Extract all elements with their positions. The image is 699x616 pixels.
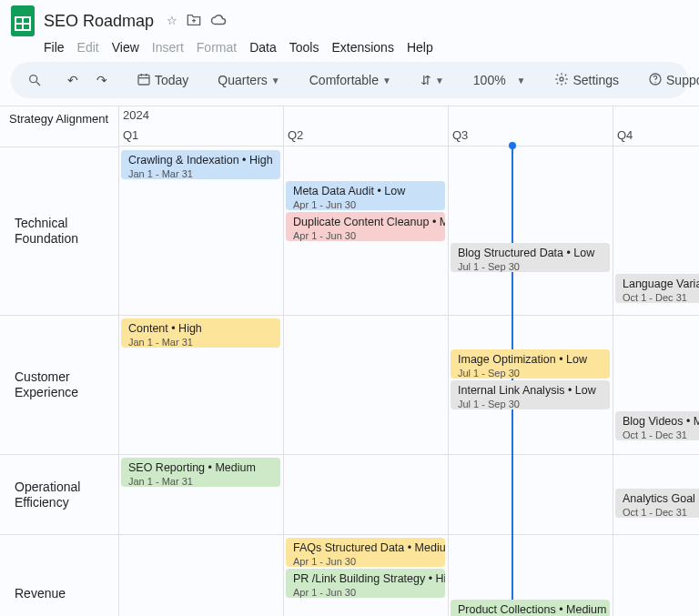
row-label: Operational Efficiency (0, 454, 118, 534)
card-dates: Jan 1 - Mar 31 (128, 168, 273, 179)
card-dates: Apr 1 - Jun 30 (293, 230, 438, 241)
card-dates: Jul 1 - Sep 30 (458, 399, 603, 409)
search-icon[interactable] (22, 69, 47, 91)
card-dates: Jul 1 - Sep 30 (458, 368, 603, 379)
svg-point-4 (30, 76, 37, 83)
card-title-line: PR /Link Building Strategy • High (293, 572, 438, 587)
timeline-card[interactable]: Crawling & Indexation • HighJan 1 - Mar … (121, 150, 280, 179)
menu-insert[interactable]: Insert (152, 40, 184, 55)
cloud-status-icon[interactable] (210, 14, 227, 29)
row-divider (119, 454, 699, 455)
card-dates: Oct 1 - Dec 31 (623, 292, 699, 303)
card-title-line: Product Collections • Medium (458, 603, 603, 616)
quarter-label: Q3 (452, 128, 468, 142)
timeline-card[interactable]: Product Collections • MediumJul 1 - Sep … (451, 600, 610, 616)
row-label: Customer Experience (0, 315, 118, 454)
timeline-card[interactable]: Language VariationOct 1 - Dec 31 (615, 274, 699, 303)
timeline-card[interactable]: Blog Videos • MediumOct 1 - Dec 31 (615, 411, 699, 440)
timeline-card[interactable]: PR /Link Building Strategy • HighApr 1 -… (286, 569, 445, 598)
undo-button[interactable]: ↶ (62, 69, 84, 91)
chevron-down-icon: ▼ (382, 76, 391, 86)
menu-bar: File Edit View Insert Format Data Tools … (0, 36, 699, 62)
menu-tools[interactable]: Tools (289, 40, 319, 55)
move-icon[interactable] (187, 14, 201, 29)
card-dates: Apr 1 - Jun 30 (293, 587, 438, 598)
quarter-label: Q1 (123, 128, 138, 142)
zoom-label: 100% (473, 73, 506, 87)
menu-file[interactable]: File (44, 40, 65, 55)
timeline-card[interactable]: SEO Reporting • MediumJan 1 - Mar 31 (121, 458, 280, 487)
card-title-line: Image Optimization • Low (458, 353, 603, 368)
row-label-column: Strategy Alignment Technical FoundationC… (0, 106, 118, 616)
row-header: Strategy Alignment (0, 106, 118, 146)
card-title-line: Blog Structured Data • Low (458, 247, 603, 261)
card-dates: Jan 1 - Mar 31 (128, 337, 273, 348)
support-label: Support (666, 73, 699, 87)
sheets-logo-icon[interactable] (11, 5, 35, 36)
timeline-card[interactable]: Blog Structured Data • LowJul 1 - Sep 30 (451, 243, 610, 272)
range-label: Quarters (218, 73, 267, 87)
card-title-line: Language Variation (623, 278, 699, 292)
star-icon[interactable]: ☆ (167, 14, 177, 29)
card-title-line: Analytics Goal Setup (623, 492, 699, 507)
timeline-card[interactable]: Duplicate Content Cleanup • MediumApr 1 … (286, 212, 445, 241)
expand-collapse-icon: ⇵ (420, 73, 431, 87)
menu-data[interactable]: Data (249, 40, 277, 55)
quarter-column (613, 106, 699, 616)
today-button[interactable]: Today (131, 68, 194, 93)
help-icon (648, 72, 663, 89)
calendar-icon (137, 72, 151, 89)
range-select[interactable]: Quarters▼ (212, 69, 285, 91)
card-dates: Jul 1 - Sep 30 (458, 261, 603, 272)
density-label: Comfortable (309, 73, 379, 87)
svg-line-5 (36, 82, 40, 86)
card-title-line: Internal Link Analysis • Low (458, 384, 603, 399)
titlebar: SEO Roadmap ☆ (0, 0, 699, 36)
card-dates: Oct 1 - Dec 31 (623, 429, 699, 440)
density-select[interactable]: Comfortable▼ (304, 69, 397, 91)
card-title-line: Crawling & Indexation • High (128, 154, 273, 168)
timeline-card[interactable]: Meta Data Audit • LowApr 1 - Jun 30 (286, 181, 445, 210)
svg-point-12 (654, 81, 655, 82)
gear-icon (554, 72, 569, 89)
timeline-card[interactable]: Internal Link Analysis • LowJul 1 - Sep … (451, 380, 610, 409)
quarter-label: Q2 (288, 128, 303, 142)
today-label: Today (155, 73, 188, 87)
row-divider (119, 315, 699, 316)
row-label: Technical Foundation (0, 146, 118, 315)
timeline-card[interactable]: Content • HighJan 1 - Mar 31 (121, 318, 280, 348)
card-dates: Apr 1 - Jun 30 (293, 199, 438, 210)
svg-point-10 (560, 77, 563, 81)
support-button[interactable]: Support (643, 68, 699, 93)
settings-button[interactable]: Settings (549, 68, 624, 93)
card-title-line: Meta Data Audit • Low (293, 185, 438, 199)
chevron-down-icon: ▼ (435, 76, 444, 86)
timeline-card[interactable]: Image Optimization • LowJul 1 - Sep 30 (451, 349, 610, 379)
card-title-line: Duplicate Content Cleanup • Medium (293, 216, 438, 230)
card-dates: Apr 1 - Jun 30 (293, 556, 438, 567)
settings-label: Settings (572, 73, 619, 87)
card-title-line: Content • High (128, 322, 273, 337)
card-title-line: FAQs Structured Data • Medium (293, 541, 438, 556)
row-label: Revenue (0, 534, 118, 616)
timeline-grid[interactable]: 2024 Q1Q2Q3Q4Crawling & Indexation • Hig… (118, 106, 699, 616)
menu-help[interactable]: Help (407, 40, 433, 55)
zoom-select[interactable]: 100% ▼ (468, 69, 532, 91)
menu-view[interactable]: View (112, 40, 139, 55)
expand-collapse-button[interactable]: ⇵▼ (415, 69, 450, 91)
card-dates: Oct 1 - Dec 31 (623, 507, 699, 518)
redo-button[interactable]: ↷ (91, 69, 113, 91)
timeline-card[interactable]: Analytics Goal SetupOct 1 - Dec 31 (615, 489, 699, 518)
menu-format[interactable]: Format (197, 40, 237, 55)
card-dates: Jan 1 - Mar 31 (128, 476, 273, 487)
timeline-card[interactable]: FAQs Structured Data • MediumApr 1 - Jun… (286, 538, 445, 567)
menu-edit[interactable]: Edit (77, 40, 99, 55)
document-title[interactable]: SEO Roadmap (44, 12, 154, 31)
quarter-column (119, 106, 284, 616)
menu-extensions[interactable]: Extensions (331, 40, 393, 55)
card-title-line: SEO Reporting • Medium (128, 461, 273, 476)
card-title-line: Blog Videos • Medium (623, 415, 699, 429)
toolbar: ↶ ↷ Today Quarters▼ Comfortable▼ ⇵▼ 100%… (11, 62, 688, 98)
svg-rect-6 (138, 75, 149, 85)
chevron-down-icon: ▼ (517, 76, 526, 86)
